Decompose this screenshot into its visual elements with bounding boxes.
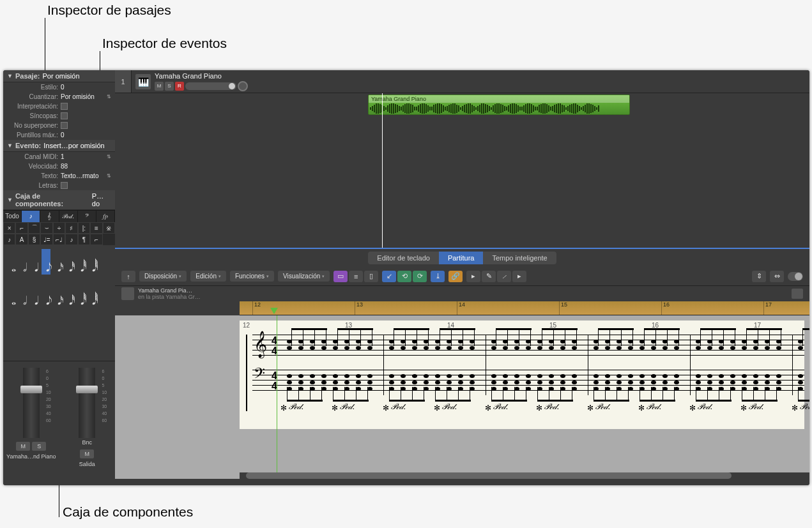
note-head[interactable] — [458, 374, 463, 378]
note-head[interactable] — [730, 387, 735, 391]
layout-menu[interactable]: Disposición▾ — [139, 271, 187, 282]
note-head[interactable] — [333, 374, 338, 378]
note-head[interactable] — [617, 374, 622, 378]
note-head[interactable] — [412, 374, 417, 378]
note-head[interactable] — [503, 346, 508, 350]
note-head[interactable] — [298, 374, 303, 378]
interpretation-row[interactable]: Interpretación: — [3, 102, 115, 111]
note-head[interactable] — [798, 381, 803, 384]
note-head[interactable] — [447, 346, 452, 350]
note-head[interactable] — [514, 387, 519, 391]
note-head[interactable] — [333, 381, 338, 384]
note-head[interactable] — [321, 387, 326, 391]
score-paper[interactable]: 𝄞 44 𝄢 44 ✻𝒫ℯ𝒹.✻𝒫ℯ𝒹.✻𝒫ℯ𝒹.✻𝒫ℯ𝒹.✻𝒫ℯ𝒹.✻𝒫ℯ𝒹.… — [240, 321, 804, 429]
note-head[interactable] — [470, 381, 475, 384]
part-box-symbol[interactable]: |: — [78, 222, 90, 234]
note-head[interactable] — [412, 346, 417, 350]
note-head[interactable] — [389, 346, 394, 350]
note-head[interactable] — [344, 374, 349, 378]
part-box-symbol[interactable]: ♯ — [65, 222, 77, 234]
note-head[interactable] — [424, 387, 429, 391]
note-head[interactable] — [287, 387, 292, 391]
note-head[interactable] — [707, 387, 712, 391]
part-box-symbol[interactable]: ♩= — [40, 234, 52, 245]
fader-knob[interactable] — [76, 386, 98, 393]
note-head[interactable] — [753, 374, 758, 378]
back-button[interactable]: ↑ — [121, 271, 135, 282]
part-box-symbol[interactable]: A — [15, 234, 27, 245]
note-head[interactable] — [367, 381, 372, 384]
note-head[interactable] — [310, 346, 315, 350]
note-head[interactable] — [674, 374, 679, 378]
note-head[interactable] — [310, 387, 315, 391]
note-head[interactable] — [321, 381, 326, 384]
link-icon[interactable]: 🔗 — [448, 271, 463, 282]
note-head[interactable] — [424, 374, 429, 378]
note-head[interactable] — [572, 381, 577, 384]
style-row[interactable]: Estilo: 0 — [3, 82, 115, 92]
note-head[interactable] — [401, 374, 406, 378]
part-box-symbol[interactable]: ¶ — [78, 234, 90, 245]
max-dots-row[interactable]: Puntillos máx.: 0 — [3, 130, 115, 140]
note-head[interactable] — [560, 346, 565, 350]
note-head[interactable] — [674, 381, 679, 384]
note-head[interactable] — [412, 387, 417, 391]
note-head[interactable] — [617, 387, 622, 391]
note-head[interactable] — [560, 381, 565, 384]
note-head[interactable] — [742, 381, 747, 384]
note-head[interactable] — [798, 374, 803, 378]
note-duration-0[interactable]: 𝅝 — [7, 249, 16, 275]
part-box-tab[interactable]: ♪ — [22, 211, 40, 222]
note-head[interactable] — [470, 346, 475, 350]
note-head[interactable] — [367, 387, 372, 391]
toggle-switch[interactable] — [788, 272, 803, 281]
note-head[interactable] — [594, 374, 599, 378]
note-head[interactable] — [594, 381, 599, 384]
note-head[interactable] — [605, 374, 610, 378]
editor-tab[interactable]: Partitura — [439, 252, 484, 264]
note-head[interactable] — [470, 387, 475, 391]
note-head[interactable] — [549, 387, 554, 391]
note-head[interactable] — [651, 346, 656, 350]
note-head[interactable] — [742, 346, 747, 350]
note-head[interactable] — [765, 346, 770, 350]
note-head[interactable] — [730, 381, 735, 384]
note-head[interactable] — [491, 387, 496, 391]
note-head[interactable] — [389, 381, 394, 384]
midi-in-icon[interactable]: ↙ — [382, 271, 396, 282]
note-head[interactable] — [594, 346, 599, 350]
mute-button[interactable]: M — [80, 449, 94, 458]
notes-area[interactable]: ✻𝒫ℯ𝒹.✻𝒫ℯ𝒹.✻𝒫ℯ𝒹.✻𝒫ℯ𝒹.✻𝒫ℯ𝒹.✻𝒫ℯ𝒹.✻𝒫ℯ𝒹.✻𝒫ℯ𝒹.… — [284, 335, 804, 411]
note-head[interactable] — [572, 387, 577, 391]
note-head[interactable] — [401, 346, 406, 350]
note-head[interactable] — [730, 374, 735, 378]
note-duration-7[interactable]: 𝅘𝅥𝅲 — [88, 282, 96, 308]
note-duration-4[interactable]: 𝅘𝅥𝅯 — [53, 249, 62, 275]
part-box-tab[interactable]: 𝑓𝑝 — [96, 211, 115, 222]
note-head[interactable] — [435, 374, 440, 378]
note-head[interactable] — [514, 346, 519, 350]
note-head[interactable] — [458, 346, 463, 350]
note-head[interactable] — [389, 387, 394, 391]
note-head[interactable] — [776, 381, 781, 384]
part-box-symbol[interactable]: ⌐ — [90, 234, 102, 245]
note-head[interactable] — [605, 387, 610, 391]
part-box-symbol[interactable]: ♪ — [3, 234, 15, 245]
note-head[interactable] — [617, 381, 622, 384]
note-head[interactable] — [707, 374, 712, 378]
score-ruler[interactable]: 121314151617 — [240, 301, 809, 315]
note-head[interactable] — [719, 374, 724, 378]
note-head[interactable] — [389, 374, 394, 378]
note-head[interactable] — [628, 387, 633, 391]
part-box-symbol[interactable]: ⌣ — [40, 222, 52, 234]
midi-out-icon[interactable]: ⟲ — [397, 271, 411, 282]
lyrics-checkbox[interactable] — [61, 182, 68, 189]
note-head[interactable] — [333, 387, 338, 391]
note-duration-4[interactable]: 𝅘𝅥𝅯 — [53, 282, 62, 308]
note-head[interactable] — [663, 374, 668, 378]
note-duration-6[interactable]: 𝅘𝅥𝅱 — [76, 249, 85, 275]
page-view-button[interactable] — [792, 289, 803, 299]
note-head[interactable] — [651, 381, 656, 384]
view-mode-linear-icon[interactable]: ▭ — [333, 271, 348, 282]
note-head[interactable] — [640, 381, 645, 384]
